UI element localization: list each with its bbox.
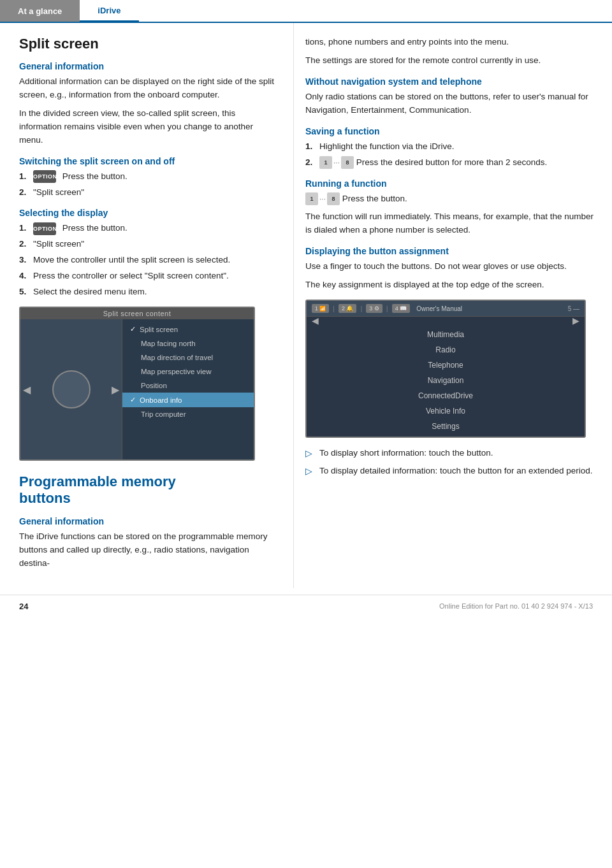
running-btn-group: 1 ··· 8 bbox=[305, 192, 340, 205]
run-btn-dots: ··· bbox=[319, 192, 326, 205]
running-para2: The function will run immediately. This … bbox=[305, 210, 597, 237]
displaying-para2: The key assignment is displayed at the t… bbox=[305, 278, 597, 292]
general-info-para1: Additional information can be displayed … bbox=[19, 75, 278, 102]
right-para-cont: tions, phone numbers and entry points in… bbox=[305, 36, 597, 49]
footer: 24 Online Edition for Part no. 01 40 2 9… bbox=[0, 595, 612, 618]
disp-btn-5: 5 — bbox=[568, 305, 579, 312]
disp-btn-1: 1 📶 bbox=[312, 304, 329, 313]
menu-item-position: Position bbox=[122, 379, 254, 393]
mem-btn-8: 8 bbox=[341, 156, 354, 169]
step-2-selecting: 2. "Split screen" bbox=[19, 238, 278, 251]
arrow-bullet-icon-2: ▷ bbox=[305, 465, 317, 479]
section-heading-running: Running a function bbox=[305, 178, 597, 189]
option-button-icon-2: OPTION bbox=[33, 222, 56, 235]
display-top-bar: 1 📶 | 2 🔔 | 3 ⚙ | 4 📖 Owner's Manual 5 — bbox=[307, 301, 585, 317]
disp-menu-multimedia: Multimedia bbox=[307, 327, 585, 342]
prog-buttons-title: Programmable memorybuttons bbox=[19, 474, 278, 507]
display-nav-area: ◀ ▶ bbox=[307, 317, 585, 324]
header: At a glance iDrive bbox=[0, 0, 612, 23]
page-title: Split screen bbox=[19, 36, 278, 52]
disp-menu-vehicle-info: Vehicle Info bbox=[307, 403, 585, 419]
step-1-selecting: 1. OPTION Press the button. bbox=[19, 222, 278, 235]
arrow-bullet-icon-1: ▷ bbox=[305, 447, 317, 461]
disp-menu-settings: Settings bbox=[307, 419, 585, 434]
switching-steps: 1. OPTION Press the button. 2. "Split sc… bbox=[19, 170, 278, 199]
section-heading-without-nav: Without navigation system and telephone bbox=[305, 76, 597, 87]
display-screen-mockup: 1 📶 | 2 🔔 | 3 ⚙ | 4 📖 Owner's Manual 5 —… bbox=[305, 300, 586, 438]
saving-step-1: 1. Highlight the function via the iDrive… bbox=[305, 140, 597, 154]
section-heading-prog-general: General information bbox=[19, 516, 278, 526]
tab-at-a-glance[interactable]: At a glance bbox=[0, 0, 80, 22]
selecting-steps: 1. OPTION Press the button. 2. "Split sc… bbox=[19, 222, 278, 299]
displaying-para1: Use a finger to touch the buttons. Do no… bbox=[305, 260, 597, 273]
menu-item-trip-computer: Trip computer bbox=[122, 407, 254, 421]
section-heading-displaying: Displaying the button assignment bbox=[305, 246, 597, 256]
run-btn-1: 1 bbox=[305, 192, 318, 205]
screen-menu: ✓ Split screen Map facing north Map dire… bbox=[122, 319, 254, 459]
main-content: Split screen General information Additio… bbox=[0, 23, 612, 588]
bullet-detailed-info: ▷ To display detailed information: touch… bbox=[305, 465, 597, 479]
saving-step-2: 2. 1 ··· 8 Press the desired button for … bbox=[305, 156, 597, 170]
check-icon: ✓ bbox=[130, 325, 136, 333]
map-circle bbox=[52, 370, 91, 409]
disp-menu-telephone: Telephone bbox=[307, 358, 585, 373]
bullet-short-info: ▷ To display short information: touch th… bbox=[305, 447, 597, 461]
right-para2: The settings are stored for the remote c… bbox=[305, 54, 597, 68]
menu-item-map-direction: Map direction of travel bbox=[122, 351, 254, 365]
menu-item-map-north: Map facing north bbox=[122, 336, 254, 351]
step-3-selecting: 3. Move the controller until the split s… bbox=[19, 254, 278, 267]
memory-btn-group: 1 ··· 8 bbox=[319, 156, 354, 169]
left-column: Split screen General information Additio… bbox=[0, 23, 293, 588]
run-btn-8: 8 bbox=[327, 192, 340, 205]
step-5-selecting: 5. Select the desired menu item. bbox=[19, 286, 278, 299]
disp-menu-navigation: Navigation bbox=[307, 373, 585, 388]
running-para: 1 ··· 8 Press the button. bbox=[305, 192, 597, 206]
page-number: 24 bbox=[19, 602, 28, 611]
menu-item-map-perspective: Map perspective view bbox=[122, 365, 254, 379]
disp-menu-connecteddrive: ConnectedDrive bbox=[307, 388, 585, 403]
mem-btn-1: 1 bbox=[319, 156, 332, 169]
screen-body: ◀ ▶ ✓ Split screen Map facing north Map … bbox=[20, 319, 254, 459]
step-2-switching: 2. "Split screen" bbox=[19, 186, 278, 199]
menu-item-onboard-info: ✓ Onboard info bbox=[122, 393, 254, 407]
menu-item-split-screen: ✓ Split screen bbox=[122, 322, 254, 336]
disp-btn-4: 4 📖 bbox=[392, 304, 411, 313]
right-column: tions, phone numbers and entry points in… bbox=[293, 23, 612, 588]
split-screen-mockup: Split screen content ◀ ▶ ✓ Split screen … bbox=[19, 307, 255, 461]
disp-btn-3: 3 ⚙ bbox=[366, 304, 382, 313]
display-menu-list: Multimedia Radio Telephone Navigation Co… bbox=[307, 324, 585, 437]
prog-general-para: The iDrive functions can be stored on th… bbox=[19, 530, 278, 570]
saving-steps: 1. Highlight the function via the iDrive… bbox=[305, 140, 597, 170]
footer-edition-text: Online Edition for Part no. 01 40 2 924 … bbox=[439, 602, 593, 610]
check-selected-icon: ✓ bbox=[130, 396, 136, 404]
disp-arrow-right-icon: ▶ bbox=[572, 315, 579, 326]
section-heading-switching: Switching the split screen on and off bbox=[19, 156, 278, 166]
section-heading-saving: Saving a function bbox=[305, 126, 597, 136]
nav-arrow-right-icon: ▶ bbox=[112, 384, 119, 396]
general-info-para2: In the divided screen view, the so-calle… bbox=[19, 107, 278, 147]
map-area: ◀ ▶ bbox=[20, 319, 122, 459]
screen-title-bar: Split screen content bbox=[20, 308, 254, 319]
section-heading-general-info: General information bbox=[19, 61, 278, 71]
without-nav-para: Only radio stations can be stored on the… bbox=[305, 90, 597, 117]
disp-btn-2: 2 🔔 bbox=[339, 304, 357, 313]
disp-menu-radio: Radio bbox=[307, 342, 585, 358]
option-button-icon: OPTION bbox=[33, 170, 56, 183]
section-heading-selecting: Selecting the display bbox=[19, 208, 278, 218]
tab-idrive[interactable]: iDrive bbox=[80, 0, 138, 22]
step-1-switching: 1. OPTION Press the button. bbox=[19, 170, 278, 184]
nav-arrow-left-icon: ◀ bbox=[23, 384, 31, 396]
disp-arrow-left-icon: ◀ bbox=[312, 315, 319, 326]
step-4-selecting: 4. Press the controller or select "Split… bbox=[19, 270, 278, 283]
mem-dots: ··· bbox=[333, 156, 340, 169]
